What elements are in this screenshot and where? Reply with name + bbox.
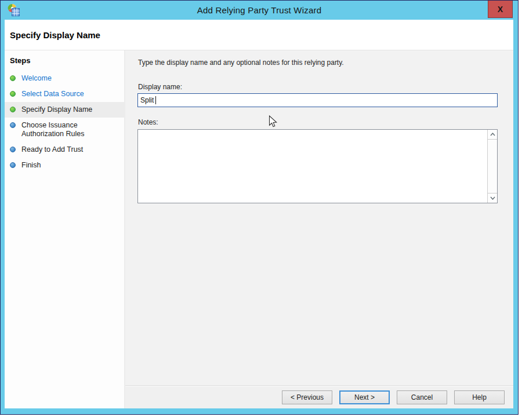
step-upcoming-icon [10, 147, 16, 152]
sidebar-step-ready-to-add-trust[interactable]: Ready to Add Trust [5, 142, 124, 158]
step-completed-icon [10, 107, 16, 112]
sidebar-step-welcome[interactable]: Welcome [5, 71, 124, 86]
titlebar[interactable]: Add Relying Party Trust Wizard X [1, 1, 518, 20]
step-upcoming-icon [10, 162, 16, 168]
step-completed-icon [10, 91, 16, 97]
dialog-body: Specify Display Name Steps Welcome Selec… [5, 20, 513, 408]
cancel-button[interactable]: Cancel [397, 390, 447, 404]
wizard-dialog: Add Relying Party Trust Wizard X Specify… [0, 0, 519, 415]
steps-heading: Steps [5, 55, 124, 71]
display-name-label: Display name: [138, 83, 182, 91]
sidebar-step-select-data-source[interactable]: Select Data Source [5, 86, 124, 102]
adfs-wizard-icon [7, 3, 21, 17]
notes-label: Notes: [138, 118, 158, 126]
step-completed-icon [10, 75, 16, 81]
previous-button[interactable]: < Previous [282, 390, 332, 404]
page-header: Specify Display Name [5, 20, 513, 50]
scroll-up-button[interactable] [488, 130, 497, 140]
page-title: Specify Display Name [10, 30, 100, 40]
mouse-cursor-icon [269, 115, 278, 130]
notes-input[interactable] [138, 130, 489, 205]
step-upcoming-icon [10, 122, 16, 128]
scroll-down-button[interactable] [488, 193, 497, 203]
steps-sidebar: Steps Welcome Select Data Source Specify… [5, 50, 125, 408]
notes-scrollbar[interactable] [487, 130, 497, 203]
chevron-down-icon [490, 196, 495, 200]
notes-field [137, 129, 498, 203]
help-button[interactable]: Help [454, 390, 505, 404]
button-bar: < Previous Next > Cancel Help [125, 385, 513, 408]
intro-text: Type the display name and any optional n… [138, 59, 344, 67]
form-content: Type the display name and any optional n… [125, 50, 513, 385]
text-caret [155, 96, 156, 104]
sidebar-step-choose-issuance-authorization-rules[interactable]: Choose Issuance Authorization Rules [5, 118, 124, 142]
close-button[interactable]: X [488, 1, 513, 18]
sidebar-step-specify-display-name[interactable]: Specify Display Name [5, 102, 124, 118]
close-icon: X [498, 5, 503, 14]
chevron-up-icon [490, 133, 495, 136]
display-name-input[interactable] [137, 93, 498, 107]
next-button[interactable]: Next > [339, 390, 390, 404]
desktop-background: { "window": { "title": "Add Relying Part… [0, 0, 522, 420]
window-title: Add Relying Party Trust Wizard [197, 5, 321, 15]
main-pane: Type the display name and any optional n… [125, 50, 513, 408]
sidebar-step-finish[interactable]: Finish [5, 158, 124, 173]
